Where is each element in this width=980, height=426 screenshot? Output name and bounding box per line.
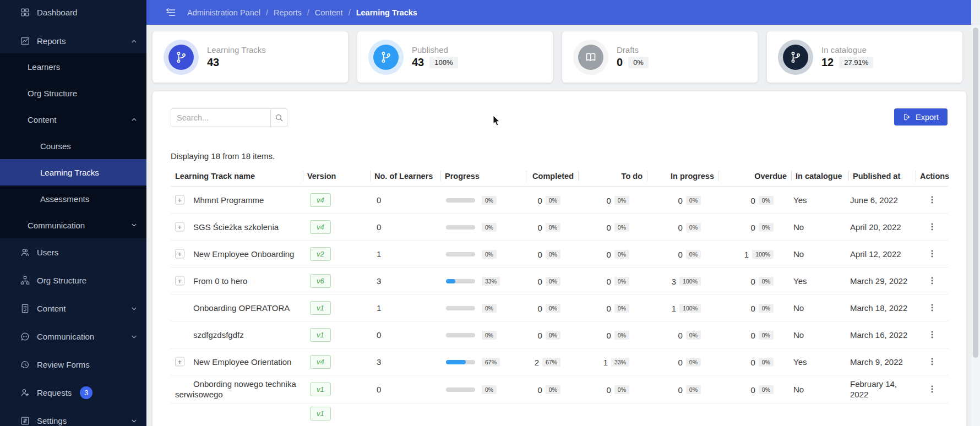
stat-card-percent-badge: 27.91%: [839, 57, 873, 68]
stat-percent-badge: 0%: [546, 223, 560, 232]
sidebar-item-reports-learning-tracks[interactable]: Learning Tracks: [0, 159, 146, 185]
stat-value: 3: [672, 276, 676, 286]
row-actions-button[interactable]: [925, 328, 939, 341]
learners-count: 3: [370, 348, 440, 375]
table-row: +Mhmnt Programme v4 0 0% 00% 00% 00% 00%…: [171, 187, 948, 214]
row-actions-button[interactable]: [925, 383, 939, 396]
progress-percent-badge: 0%: [482, 331, 497, 340]
version-badge: v1: [310, 301, 331, 315]
progress-bar: [446, 387, 475, 392]
sidebar-item-settings[interactable]: Settings: [0, 407, 146, 426]
expand-row-button[interactable]: +: [175, 222, 184, 232]
column-header-to-do: To do: [578, 166, 647, 187]
requests-count-badge: 3: [80, 386, 92, 399]
in-progress-cell: 00%: [647, 187, 718, 214]
breadcrumb-separator: /: [266, 8, 268, 17]
vertical-scrollbar-thumb[interactable]: [973, 28, 978, 358]
row-actions-button[interactable]: [925, 193, 939, 206]
search-button[interactable]: [271, 108, 287, 127]
row-actions-button[interactable]: [925, 274, 939, 287]
stat-value: 0: [537, 330, 542, 340]
published-at-cell: March 16, 2022: [848, 321, 916, 348]
published-at-cell: April 20, 2022: [848, 214, 916, 241]
breadcrumb-separator: /: [307, 8, 309, 17]
person-plus-icon: [19, 387, 30, 398]
sidebar-item-reports-org-structure[interactable]: Org Structure: [0, 80, 146, 106]
sidebar-item-reports-communication[interactable]: Communication: [0, 212, 146, 238]
todo-cell: 133%: [578, 348, 647, 375]
chevron-up-icon: [130, 37, 138, 45]
progress-bar: [446, 360, 475, 364]
overdue-cell: 00%: [718, 267, 791, 294]
stat-percent-badge: 67%: [542, 358, 560, 367]
published-at-cell: March 29, 2022: [848, 267, 916, 294]
breadcrumb-separator: /: [349, 8, 351, 17]
sidebar-item-communication[interactable]: Communication: [0, 323, 146, 351]
stat-card-in-catalogue: In catalogue 12 27.91%: [767, 31, 962, 83]
export-button[interactable]: Export: [894, 108, 948, 125]
progress-cell: 0%: [440, 294, 526, 321]
sidebar-item-review-forms[interactable]: Review Forms: [0, 351, 146, 379]
table-row: +New Employee Orientation v4 3 67% 267% …: [171, 348, 948, 375]
progress-percent-badge: 0%: [482, 196, 497, 205]
column-header-no-of-learners: No. of Learners: [370, 166, 440, 187]
stat-percent-badge: 0%: [546, 250, 560, 259]
stat-percent-badge: 0%: [686, 196, 701, 205]
sidebar-item-reports[interactable]: Reports: [0, 29, 146, 53]
progress-percent-badge: 0%: [482, 304, 497, 313]
progress-bar: [446, 198, 475, 203]
learners-count: 0: [370, 375, 440, 403]
export-icon: [903, 113, 911, 121]
learning-track-name-cell: +SGS Ścieżka szkolenia: [171, 214, 303, 241]
search-icon: [275, 113, 284, 122]
learners-count: 0: [370, 187, 440, 214]
row-actions-button[interactable]: [925, 355, 939, 368]
stat-card-value: 43: [207, 56, 219, 69]
document-icon: [19, 303, 30, 314]
table-row: Onbording nowego technika serwisowego v1…: [171, 375, 948, 403]
row-actions-button[interactable]: [925, 301, 939, 314]
stat-percent-badge: 0%: [759, 304, 774, 313]
sidebar-item-reports-content[interactable]: Content: [0, 106, 146, 133]
published-at-cell: April 12, 2022: [848, 241, 916, 267]
in-progress-cell: 00%: [647, 214, 718, 241]
learners-count: 1: [370, 241, 440, 267]
sidebar: DashboardReportsLearnersOrg StructureCon…: [0, 0, 146, 426]
table-toolbar: Export: [171, 108, 966, 127]
stat-value: 0: [606, 303, 611, 313]
sidebar-item-content[interactable]: Content: [0, 294, 146, 323]
stat-percent-badge: 0%: [546, 277, 560, 286]
sidebar-item-org-structure[interactable]: Org Structure: [0, 266, 146, 294]
expand-row-button[interactable]: +: [175, 276, 184, 286]
expand-row-button[interactable]: +: [175, 195, 184, 205]
stat-percent-badge: 0%: [686, 385, 701, 394]
search-input[interactable]: [171, 108, 271, 127]
learning-tracks-panel: Export Displaying 18 from 18 items. Lear…: [153, 91, 966, 426]
completed-cell: 00%: [526, 187, 578, 214]
learning-track-name-cell: +From 0 to hero: [171, 267, 303, 294]
sidebar-item-requests[interactable]: Requests3: [0, 379, 146, 407]
stat-value: 0: [750, 276, 755, 286]
learning-track-name: szdfgzdsfgdfz: [175, 326, 298, 343]
menu-fold-icon[interactable]: [165, 7, 176, 18]
sidebar-item-dashboard[interactable]: Dashboard: [0, 0, 146, 25]
sidebar-item-reports-learners[interactable]: Learners: [0, 53, 146, 80]
sidebar-item-reports-assessments[interactable]: Assessments: [0, 185, 146, 212]
sidebar-item-reports-courses[interactable]: Courses: [0, 133, 146, 159]
stat-percent-badge: 0%: [546, 304, 560, 313]
breadcrumb-link[interactable]: Reports: [274, 8, 302, 17]
expand-row-button[interactable]: +: [175, 357, 184, 367]
sidebar-item-label: Settings: [37, 416, 67, 425]
row-actions-button[interactable]: [925, 220, 939, 233]
breadcrumb: Administration Panel/Reports/Content/Lea…: [187, 8, 417, 17]
row-actions-button[interactable]: [925, 247, 939, 260]
sidebar-item-users[interactable]: Users: [0, 238, 146, 266]
table-row: +SGS Ścieżka szkolenia v4 0 0% 00% 00% 0…: [171, 214, 948, 241]
in-progress-cell: 00%: [647, 241, 718, 267]
learning-track-name: New Employee Orientation: [175, 353, 298, 370]
breadcrumb-link[interactable]: Administration Panel: [187, 8, 260, 17]
expand-row-button[interactable]: +: [175, 249, 184, 259]
breadcrumb-link[interactable]: Content: [315, 8, 343, 17]
progress-cell: 0%: [440, 321, 526, 348]
in-catalogue-cell: No: [791, 214, 848, 241]
